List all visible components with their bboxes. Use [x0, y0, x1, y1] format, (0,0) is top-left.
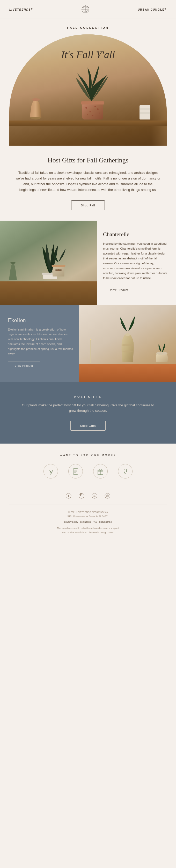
ekollon-description: Ekollon's minimalism is a celebration of…	[8, 327, 73, 356]
ekollon-main-pot	[113, 311, 142, 364]
ekollon-scene	[79, 305, 176, 382]
logo-left: LIVETRENDS®	[9, 7, 33, 12]
explore-bulb-icon	[118, 464, 133, 478]
chanterelle-scene	[0, 221, 97, 305]
explore-catalog[interactable]	[68, 464, 83, 478]
pinterest-icon[interactable]	[78, 492, 85, 499]
svg-point-10	[90, 111, 91, 113]
ekollon-small-pot	[154, 340, 170, 364]
ekollon-name: Ekollon	[8, 317, 73, 323]
social-bar: in	[9, 487, 167, 505]
svg-point-46	[105, 493, 110, 498]
facebook-icon[interactable]	[65, 492, 72, 499]
svg-point-28	[125, 333, 130, 336]
privacy-link[interactable]: privacy policy	[64, 521, 78, 523]
logo-left-live: LIVETRENDS	[9, 8, 31, 11]
chanterelle-info: Chanterelle Inspired by the stunning riv…	[97, 221, 176, 305]
chanterelle-section: Chanterelle Inspired by the stunning riv…	[0, 221, 176, 305]
hero-plant-leaves	[68, 42, 115, 106]
svg-rect-23	[52, 265, 65, 267]
pinterest-svg	[79, 493, 84, 499]
footer-section: © 2021 LIVETRENDS DESIGN Group 5101 Draw…	[9, 510, 167, 535]
host-gifts-banner: HOST GIFTS Our plants make the perfect h…	[0, 382, 176, 443]
linkedin-svg: in	[92, 493, 97, 499]
contact-link[interactable]: contact us	[80, 521, 91, 523]
logo-right-text: URBAN JUNGLE	[138, 8, 164, 11]
shop-fall-button[interactable]: Shop Fall	[71, 200, 105, 210]
explore-plant[interactable]	[43, 464, 58, 478]
svg-rect-47	[107, 495, 109, 497]
chanterelle-name: Chanterelle	[103, 231, 168, 238]
instagram-svg	[105, 493, 110, 499]
hero-vase-left	[29, 95, 43, 121]
ekollon-view-button[interactable]: View Product	[8, 362, 40, 370]
chanterelle-main-pot	[50, 247, 67, 281]
svg-text:in: in	[93, 495, 95, 497]
footer-company: © 2021 LIVETRENDS DESIGN Group	[9, 510, 167, 514]
svg-point-31	[156, 352, 168, 355]
hero-cloth-right	[138, 104, 151, 121]
plant-circle-icon	[47, 468, 54, 475]
header: LIVETRENDS® URBAN JUNGLE®	[0, 0, 176, 19]
svg-point-29	[122, 344, 133, 346]
ekollon-candle-icon	[88, 338, 93, 364]
svg-point-19	[10, 262, 16, 264]
catalog-circle-icon	[72, 468, 79, 475]
svg-point-27	[90, 339, 91, 340]
hero-section: FALL COLLECTION It's Fall Y'all	[0, 19, 176, 146]
hero-image-wrapper: It's Fall Y'all	[9, 34, 167, 146]
svg-point-9	[85, 107, 87, 108]
footer-links: privacy policy · contact us · FAQ · unsu…	[9, 520, 167, 524]
svg-point-48	[107, 495, 108, 496]
header-center-emblem	[81, 5, 90, 14]
logo-right-reg: ®	[165, 7, 167, 10]
linkedin-icon[interactable]: in	[91, 492, 98, 499]
footer-disclaimer2: in to receive emails from LiveTrends Des…	[9, 530, 167, 535]
ekollon-image	[79, 305, 176, 382]
svg-rect-33	[73, 469, 78, 474]
chanterelle-pot-icon	[50, 247, 67, 280]
ekollon-info: Ekollon Ekollon's minimalism is a celebr…	[0, 305, 79, 382]
bulb-circle-icon	[122, 468, 129, 475]
explore-section: WANT TO EXPLORE MORE?	[0, 443, 176, 545]
footer-address: 5101 Drawer Ave W Sarasota FL 34231	[9, 514, 167, 518]
chanterelle-surface	[0, 281, 97, 305]
gift-circle-icon	[97, 468, 104, 475]
svg-point-43	[79, 493, 84, 498]
ekollon-section: Ekollon Ekollon's minimalism is a celebr…	[0, 305, 176, 382]
instagram-icon[interactable]	[104, 492, 111, 499]
intro-heading: Host Gifts for Fall Gatherings	[16, 156, 160, 165]
svg-rect-26	[90, 340, 91, 363]
chanterelle-view-button[interactable]: View Product	[103, 286, 135, 294]
svg-point-6	[32, 98, 39, 101]
facebook-svg	[66, 493, 71, 499]
logo-left-reg: ®	[31, 7, 33, 10]
ekollon-surface	[79, 364, 176, 382]
collection-label: FALL COLLECTION	[9, 26, 167, 29]
svg-point-13	[92, 115, 93, 116]
explore-gift[interactable]	[93, 464, 108, 478]
host-gifts-label: HOST GIFTS	[21, 395, 155, 398]
ekollon-pot-icon	[113, 311, 142, 363]
footer-disclaimer1: This email was sent to hello@email.com b…	[9, 526, 167, 530]
cloth-icon	[138, 104, 151, 120]
faq-link[interactable]: FAQ	[93, 521, 97, 523]
explore-gift-icon	[93, 464, 108, 478]
logo-right: URBAN JUNGLE®	[138, 7, 167, 12]
emblem-icon	[81, 5, 90, 13]
svg-point-12	[98, 113, 100, 114]
chanterelle-description: Inspired by the stunning rivets seen in …	[103, 241, 168, 281]
shop-gifts-button[interactable]: Shop Gifts	[70, 421, 105, 431]
vase-left-icon	[29, 95, 43, 120]
hero-pot-center	[81, 100, 104, 121]
svg-point-14	[87, 114, 88, 115]
svg-point-49	[108, 495, 109, 495]
svg-point-30	[122, 350, 133, 352]
svg-rect-17	[140, 108, 150, 110]
explore-bulb[interactable]	[118, 464, 133, 478]
green-vase-icon	[8, 261, 18, 281]
small-pot-icon	[154, 340, 170, 363]
unsubscribe-link[interactable]: unsubscribe	[99, 521, 112, 523]
host-gifts-description: Our plants make the perfect host gift fo…	[21, 402, 155, 413]
intro-body: Traditional fall takes on a sleek new sh…	[16, 170, 160, 193]
